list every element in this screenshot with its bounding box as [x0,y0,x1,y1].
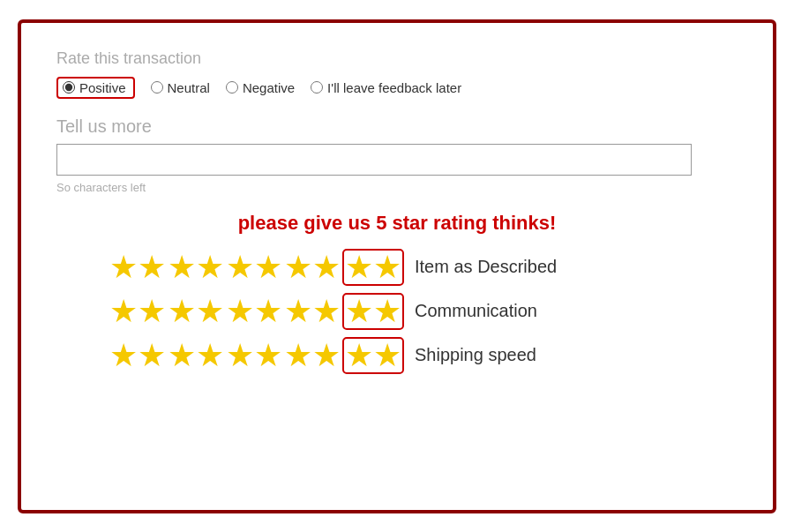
rating-label-communication: Communication [415,301,537,321]
rating-label-item-described: Item as Described [415,257,557,277]
radio-negative-label: Negative [243,80,295,95]
section-title: Rate this transaction [56,49,738,68]
radio-positive[interactable]: Positive [56,77,135,99]
star-s5[interactable]: ★ [345,340,401,371]
radio-group: Positive Neutral Negative I'll leave fee… [56,77,738,99]
star-5[interactable]: ★ [345,251,401,283]
star-c3[interactable]: ★ [226,296,282,327]
star-3[interactable]: ★ [226,251,282,283]
star-c4[interactable]: ★ [284,296,341,327]
radio-later-label: I'll leave feedback later [327,80,461,95]
star-5-highlighted: ★ [342,249,404,286]
tell-more-input[interactable] [56,144,692,176]
star-s1[interactable]: ★ [109,340,166,371]
star-c5-highlighted: ★ [342,293,404,330]
star-c2[interactable]: ★ [168,296,224,327]
tell-more-label: Tell us more [56,116,738,137]
star-s2[interactable]: ★ [168,340,224,371]
chars-left: So characters left [56,181,738,194]
stars-shipping: ★ ★ ★ ★ ★ [109,337,408,374]
rating-row-item-described: ★ ★ ★ ★ ★ Item as Described [109,249,557,286]
star-s5-highlighted: ★ [342,337,404,374]
radio-neutral-label: Neutral [168,80,210,95]
star-2[interactable]: ★ [168,251,224,283]
star-c5[interactable]: ★ [345,296,401,327]
radio-later[interactable]: I'll leave feedback later [311,80,461,95]
ratings-section: ★ ★ ★ ★ ★ Item as Described ★ ★ ★ ★ ★ C [56,249,738,374]
star-s4[interactable]: ★ [284,340,341,371]
radio-negative[interactable]: Negative [226,80,295,95]
star-4[interactable]: ★ [284,251,341,283]
star-1[interactable]: ★ [109,251,166,283]
promo-text: please give us 5 star rating thinks! [56,212,738,235]
rating-row-shipping: ★ ★ ★ ★ ★ Shipping speed [109,337,536,374]
stars-item-described: ★ ★ ★ ★ ★ [109,249,408,286]
main-container: Rate this transaction Positive Neutral N… [18,19,776,513]
radio-neutral[interactable]: Neutral [151,80,210,95]
star-c1[interactable]: ★ [109,296,166,327]
stars-communication: ★ ★ ★ ★ ★ [109,293,408,330]
rating-label-shipping: Shipping speed [415,345,536,365]
star-s3[interactable]: ★ [226,340,282,371]
rating-row-communication: ★ ★ ★ ★ ★ Communication [109,293,537,330]
radio-positive-label: Positive [79,80,126,95]
